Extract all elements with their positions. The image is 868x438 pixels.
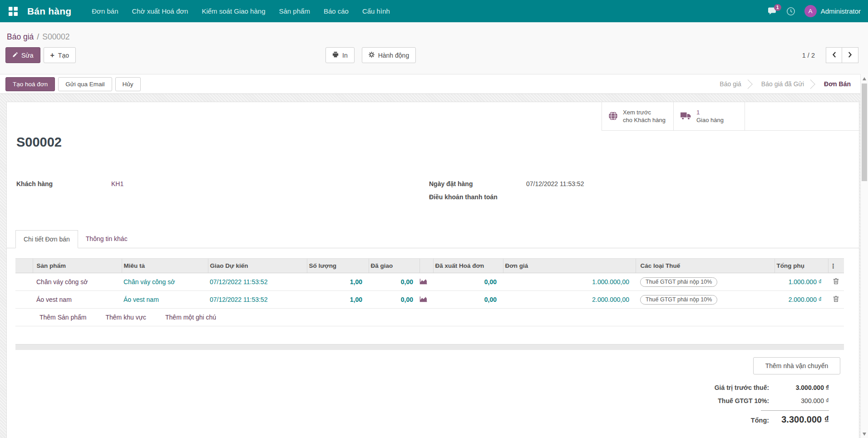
- main-menu: Đơn bán Chờ xuất Hoá đơn Kiểm soát Giao …: [85, 0, 397, 22]
- delete-line-icon[interactable]: [828, 291, 844, 309]
- total-separator: [761, 410, 829, 411]
- col-taxes[interactable]: Các loại Thuế: [636, 259, 774, 273]
- menu-reporting[interactable]: Báo cáo: [317, 0, 355, 22]
- order-line-row[interactable]: Chân váy công sở Chân váy công sở 07/12/…: [15, 273, 844, 291]
- vertical-scrollbar[interactable]: [860, 74, 868, 438]
- cell-expected-delivery: 07/12/2022 11:53:52: [208, 273, 307, 291]
- cell-description: Chân váy công sở: [122, 273, 208, 291]
- order-title: S00002: [16, 135, 62, 150]
- breadcrumb: Báo giá/S00002: [7, 32, 70, 42]
- add-product-link[interactable]: Thêm Sản phẩm: [39, 314, 87, 321]
- scroll-down-arrow-icon[interactable]: [863, 433, 866, 436]
- user-menu[interactable]: A Administrator: [804, 5, 861, 17]
- cell-product[interactable]: Chân váy công sở: [33, 273, 122, 291]
- create-button[interactable]: + Tạo: [44, 47, 76, 63]
- breadcrumb-parent[interactable]: Báo giá: [7, 32, 34, 41]
- cancel-button[interactable]: Hủy: [115, 77, 141, 91]
- create-invoice-button[interactable]: Tạo hoá đơn: [5, 77, 55, 91]
- tab-order-details[interactable]: Chi tiết Đơn bán: [15, 230, 78, 248]
- record-buttons: Sửa + Tạo: [5, 47, 76, 63]
- order-line-row[interactable]: Áo vest nam Áo vest nam 07/12/2022 11:53…: [15, 291, 844, 309]
- statusbar: Tạo hoá đơn Gửi qua Email Hủy Báo giá Bá…: [0, 74, 868, 94]
- send-email-button[interactable]: Gửi qua Email: [58, 77, 112, 91]
- col-subtotal[interactable]: Tổng phụ: [774, 259, 828, 273]
- apps-grid-icon[interactable]: [7, 5, 19, 17]
- add-section-link[interactable]: Thêm khu vực: [106, 314, 147, 321]
- delete-line-icon[interactable]: [828, 273, 844, 291]
- col-expected-delivery[interactable]: Giao Dự kiến: [208, 259, 307, 273]
- optional-columns-toggle[interactable]: ⋮: [828, 259, 844, 273]
- activities-clock-icon[interactable]: [786, 7, 795, 16]
- delivery-smart-button[interactable]: 1Giao hàng: [673, 102, 745, 131]
- preview-label-line2: cho Khách hàng: [623, 117, 666, 123]
- forecast-chart-icon[interactable]: [419, 273, 433, 291]
- customer-preview-button[interactable]: Xem trướccho Khách hàng: [602, 102, 673, 131]
- statusbar-buttons: Tạo hoá đơn Gửi qua Email Hủy: [5, 77, 141, 91]
- col-forecast-icon: [419, 259, 433, 273]
- grand-total-label: Tổng:: [751, 417, 769, 424]
- pager-previous-button[interactable]: [826, 47, 842, 63]
- scroll-up-arrow-icon[interactable]: [863, 77, 866, 80]
- step-quotation-sent[interactable]: Báo giá đã Gửi: [755, 80, 810, 88]
- untaxed-amount-label: Giá trị trước thuế:: [715, 384, 769, 391]
- pager-next-button[interactable]: [842, 47, 858, 63]
- order-lines-table: Sản phẩm Miêu tả Giao Dự kiến Số lượng Đ…: [15, 258, 844, 309]
- app-name[interactable]: Bán hàng: [27, 6, 71, 17]
- step-sales-order[interactable]: Đơn Bán: [818, 80, 857, 88]
- menu-orders[interactable]: Đơn bán: [85, 0, 125, 22]
- cell-quantity: 1,00: [307, 291, 369, 309]
- col-delivered[interactable]: Đã giao: [369, 259, 419, 273]
- notebook-tabs: Chi tiết Đơn bán Thông tin khác: [7, 230, 859, 248]
- handle-column-header: [15, 259, 33, 273]
- step-quotation[interactable]: Báo giá: [713, 80, 747, 88]
- tax-amount-label: Thuế GTGT 10%:: [718, 397, 769, 404]
- cell-product[interactable]: Áo vest nam: [33, 291, 122, 309]
- action-button[interactable]: Hành động: [362, 47, 416, 63]
- user-avatar: A: [804, 5, 817, 17]
- printer-icon: [332, 51, 339, 59]
- tax-amount-row: Thuế GTGT 10%: 300.000 ₫: [645, 394, 840, 408]
- row-handle[interactable]: [15, 291, 33, 309]
- col-description[interactable]: Miêu tả: [122, 259, 208, 273]
- field-order-date: Ngày đặt hàng 07/12/2022 11:53:52: [429, 180, 584, 187]
- odoo-sales-screen: Bán hàng Đơn bán Chờ xuất Hoá đơn Kiểm s…: [0, 0, 868, 438]
- customer-label: Khách hàng: [16, 180, 111, 187]
- chevron-left-icon: [832, 52, 836, 59]
- col-product[interactable]: Sản phẩm: [33, 259, 122, 273]
- table-footer-strip: [15, 344, 844, 350]
- scrollbar-thumb[interactable]: [862, 84, 867, 181]
- untaxed-amount-row: Giá trị trước thuế: 3.000.000 ₫: [645, 381, 840, 394]
- col-invoiced[interactable]: Đã xuất Hoá đơn: [433, 259, 503, 273]
- field-payment-terms: Điều khoản thanh toán: [429, 193, 584, 201]
- cell-delivered: 0,00: [369, 273, 419, 291]
- add-note-link[interactable]: Thêm một ghi chú: [165, 314, 216, 321]
- row-handle[interactable]: [15, 273, 33, 291]
- messages-badge: 1: [774, 4, 781, 11]
- menu-configuration[interactable]: Cấu hình: [355, 0, 397, 22]
- pencil-icon: [12, 52, 18, 59]
- cell-taxes: Thuế GTGT phải nộp 10%: [636, 273, 774, 291]
- customer-value[interactable]: KH1: [111, 180, 123, 187]
- smart-button-row: Xem trướccho Khách hàng 1Giao hàng: [7, 102, 859, 131]
- menu-products[interactable]: Sản phẩm: [272, 0, 317, 22]
- menu-delivery-control[interactable]: Kiểm soát Giao hàng: [195, 0, 272, 22]
- gear-icon: [369, 52, 375, 59]
- tab-other-info[interactable]: Thông tin khác: [78, 230, 135, 248]
- top-navbar: Bán hàng Đơn bán Chờ xuất Hoá đơn Kiểm s…: [0, 0, 868, 22]
- col-quantity[interactable]: Số lượng: [307, 259, 369, 273]
- col-unit-price[interactable]: Đơn giá: [503, 259, 636, 273]
- cell-invoiced: 0,00: [433, 273, 503, 291]
- edit-button[interactable]: Sửa: [5, 47, 40, 63]
- grand-total-value: 3.300.000 ₫: [771, 412, 829, 427]
- cell-subtotal: 2.000.000 ₫: [774, 291, 828, 309]
- field-group-right: Ngày đặt hàng 07/12/2022 11:53:52 Điều k…: [429, 180, 584, 207]
- payment-terms-label: Điều khoản thanh toán: [429, 193, 526, 201]
- messages-icon[interactable]: 1: [768, 7, 777, 15]
- preview-label-line1: Xem trước: [623, 109, 651, 116]
- print-button[interactable]: In: [326, 47, 355, 63]
- control-panel: Báo giá/S00002 Sửa + Tạo In Hành động 1 …: [0, 22, 868, 74]
- forecast-chart-icon[interactable]: [419, 291, 433, 309]
- menu-to-invoice[interactable]: Chờ xuất Hoá đơn: [125, 0, 195, 22]
- add-shipping-button[interactable]: Thêm nhà vận chuyển: [753, 357, 840, 374]
- cell-unit-price: 2.000.000,00: [503, 291, 636, 309]
